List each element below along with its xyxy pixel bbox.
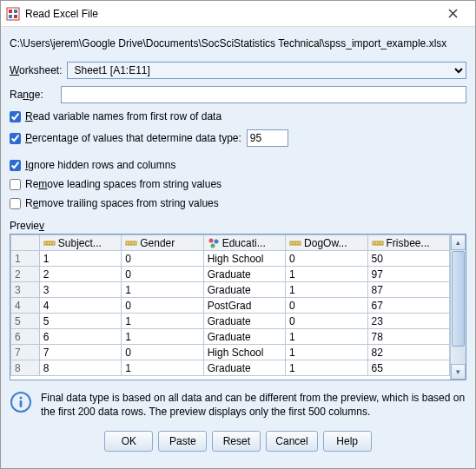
button-row: OK Paste Reset Cancel Help	[10, 431, 466, 452]
col-header[interactable]: Frisbee...	[367, 235, 449, 251]
col-header[interactable]: Educati...	[203, 235, 285, 251]
opt-remove-trailing: Remove trailing spaces from string value…	[10, 197, 466, 209]
col-header[interactable]: Gender	[122, 235, 203, 251]
info-text: Final data type is based on all data and…	[41, 391, 466, 419]
dialog-window: Read Excel File C:\Users\jerem\Google Dr…	[0, 0, 476, 469]
row-number: 2	[11, 267, 40, 282]
cell: 8	[39, 360, 121, 376]
cell: 1	[286, 360, 367, 376]
cell: 82	[367, 345, 449, 360]
cell: 97	[367, 267, 449, 282]
preview-label: Previev	[10, 220, 466, 232]
cell: 6	[39, 329, 121, 345]
scroll-thumb[interactable]	[452, 251, 465, 347]
cell: 0	[286, 298, 367, 314]
scroll-track[interactable]	[451, 347, 466, 364]
dialog-title: Read Excel File	[25, 8, 435, 20]
cell: 1	[122, 360, 203, 376]
svg-rect-4	[14, 15, 17, 18]
cell: 1	[122, 329, 203, 345]
cell: 1	[286, 267, 367, 282]
cell: 0	[286, 251, 367, 267]
cancel-button[interactable]: Cancel	[266, 431, 317, 452]
preview-scrollbar[interactable]: ▴ ▾	[450, 234, 466, 380]
row-number: 8	[11, 360, 40, 376]
scroll-up-button[interactable]: ▴	[451, 234, 466, 250]
cell: Graduate	[203, 282, 285, 298]
cell: 0	[122, 298, 203, 314]
opt-ignore-hidden: Ignore hidden rows and columns	[10, 159, 466, 171]
remove-trailing-checkbox[interactable]	[10, 198, 21, 209]
ruler-icon	[125, 237, 137, 249]
cell: Graduate	[203, 267, 285, 282]
svg-rect-28	[20, 400, 23, 407]
titlebar: Read Excel File	[1, 1, 475, 27]
pct-types-input[interactable]	[247, 129, 288, 147]
table-row[interactable]: 110High School050	[11, 251, 450, 267]
cell: 0	[122, 345, 203, 360]
svg-point-17	[210, 243, 215, 248]
table-row[interactable]: 220Graduate197	[11, 267, 450, 282]
row-number: 5	[11, 314, 40, 329]
cell: 87	[367, 282, 449, 298]
col-header[interactable]: DogOw...	[286, 235, 367, 251]
preview-pane: Subject... Gender Educati... DogOw...	[10, 234, 466, 380]
corner-cell	[11, 235, 40, 251]
cell: Graduate	[203, 329, 285, 345]
cell: 5	[39, 314, 121, 329]
remove-leading-checkbox[interactable]	[10, 179, 21, 190]
table-row[interactable]: 661Graduate178	[11, 329, 450, 345]
cell: Graduate	[203, 314, 285, 329]
cell: High School	[203, 251, 285, 267]
table-row[interactable]: 440PostGrad067	[11, 298, 450, 314]
table-row[interactable]: 331Graduate187	[11, 282, 450, 298]
preview-table: Subject... Gender Educati... DogOw...	[10, 234, 450, 376]
cell: 4	[39, 298, 121, 314]
svg-point-16	[214, 239, 218, 243]
opt-read-varnames: Read variable names from first row of da…	[10, 110, 466, 122]
reset-button[interactable]: Reset	[212, 431, 261, 452]
cell: 78	[367, 329, 449, 345]
table-row[interactable]: 551Graduate023	[11, 314, 450, 329]
svg-rect-3	[9, 15, 12, 18]
cell: 1	[122, 282, 203, 298]
close-icon	[448, 9, 458, 18]
cell: 0	[122, 251, 203, 267]
nominal-icon	[208, 237, 220, 249]
range-input[interactable]	[61, 86, 466, 103]
pct-types-checkbox[interactable]	[10, 133, 21, 144]
remove-trailing-label: Remove trailing spaces from string value…	[25, 197, 219, 209]
help-button[interactable]: Help	[323, 431, 372, 452]
range-label: Range:	[10, 89, 43, 101]
cell: 67	[367, 298, 449, 314]
preview-grid[interactable]: Subject... Gender Educati... DogOw...	[10, 234, 450, 380]
info-row: Final data type is based on all data and…	[10, 391, 466, 419]
cell: Graduate	[203, 360, 285, 376]
worksheet-label: Worksheet:	[10, 64, 62, 76]
scroll-down-button[interactable]: ▾	[451, 364, 466, 380]
table-row[interactable]: 881Graduate165	[11, 360, 450, 376]
ok-button[interactable]: OK	[104, 431, 153, 452]
worksheet-select[interactable]: Sheet1 [A1:E11]	[67, 62, 466, 79]
ignore-hidden-checkbox[interactable]	[10, 160, 21, 171]
cell: 65	[367, 360, 449, 376]
row-number: 6	[11, 329, 40, 345]
spss-app-icon	[6, 7, 20, 21]
cell: 0	[122, 267, 203, 282]
cell: 3	[39, 282, 121, 298]
cell: High School	[203, 345, 285, 360]
close-button[interactable]	[435, 2, 470, 26]
cell: 1	[286, 345, 367, 360]
dialog-content: C:\Users\jerem\Google Drive\Documents\So…	[1, 27, 475, 468]
paste-button[interactable]: Paste	[158, 431, 207, 452]
cell: 1	[39, 251, 121, 267]
info-icon	[10, 391, 32, 413]
row-number: 4	[11, 298, 40, 314]
table-row[interactable]: 770High School182	[11, 345, 450, 360]
row-number: 7	[11, 345, 40, 360]
remove-leading-label: Remove leading spaces from string values	[25, 178, 221, 190]
cell: 50	[367, 251, 449, 267]
col-header[interactable]: Subject...	[39, 235, 121, 251]
read-varnames-checkbox[interactable]	[10, 111, 21, 122]
cell: 2	[39, 267, 121, 282]
